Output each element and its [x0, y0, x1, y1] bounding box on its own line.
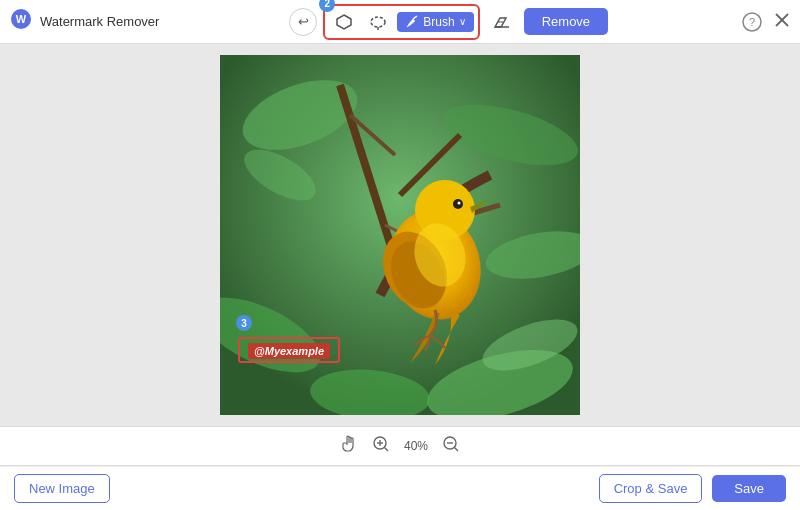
zoom-out-icon[interactable] — [442, 435, 460, 457]
svg-line-40 — [455, 448, 459, 452]
watermark-region: 3 @Myexample — [238, 337, 340, 363]
svg-marker-2 — [337, 15, 351, 29]
title-bar: W Watermark Remover ↩ 2 — [0, 0, 800, 44]
app-title: Watermark Remover — [40, 14, 159, 29]
main-canvas-area: 3 @Myexample — [0, 44, 800, 426]
image-container: 3 @Myexample — [220, 55, 580, 415]
svg-text:W: W — [16, 13, 27, 25]
new-image-button[interactable]: New Image — [14, 474, 110, 503]
lasso-tool-button[interactable] — [363, 8, 393, 36]
title-bar-left: W Watermark Remover — [10, 8, 159, 35]
watermark-label: @Myexample — [248, 343, 330, 359]
save-button[interactable]: Save — [712, 475, 786, 502]
close-button[interactable] — [774, 12, 790, 32]
title-bar-right: ? — [738, 8, 790, 36]
polygon-tool-button[interactable] — [329, 8, 359, 36]
app-logo-icon: W — [10, 8, 32, 35]
zoom-level-text: 40% — [404, 439, 428, 453]
brush-tool-button[interactable]: Brush ∨ — [397, 12, 473, 32]
brush-chevron-icon: ∨ — [459, 16, 466, 27]
watermark-step-badge: 3 — [236, 315, 252, 331]
crop-save-button[interactable]: Crop & Save — [599, 474, 703, 503]
zoom-in-icon[interactable] — [372, 435, 390, 457]
svg-point-3 — [371, 17, 385, 27]
svg-point-30 — [458, 202, 461, 205]
remove-button[interactable]: Remove — [524, 8, 608, 35]
toolbar-center: ↩ 2 — [289, 4, 608, 40]
back-button[interactable]: ↩ — [289, 8, 317, 36]
brush-label: Brush — [423, 15, 454, 29]
right-action-group: Crop & Save Save — [599, 474, 786, 503]
svg-line-5 — [413, 16, 417, 19]
hand-pan-icon[interactable] — [340, 435, 358, 457]
action-bar: New Image Crop & Save Save — [0, 466, 800, 510]
zoom-bar: 40% — [0, 426, 800, 466]
help-button[interactable]: ? — [738, 8, 766, 36]
erase-button[interactable] — [486, 8, 518, 36]
back-icon: ↩ — [298, 14, 309, 29]
svg-text:?: ? — [749, 16, 755, 28]
tool-group: 2 Brush ∨ — [323, 4, 479, 40]
svg-line-37 — [384, 448, 388, 452]
